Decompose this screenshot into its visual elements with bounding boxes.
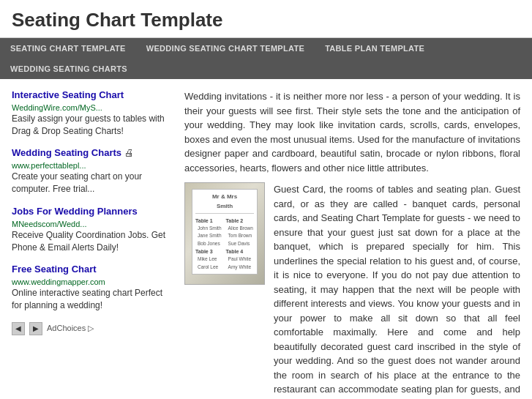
chart-document: Mr & MrsSmith Table 1 John Smith Jane Sm… [192,189,258,275]
guest-6: Sue Davis [226,240,254,247]
ad-1-description: Easily assign your guests to tables with… [12,113,165,136]
guest-4: Alice Brown [226,225,254,232]
table-3-label: Table 3 [195,247,223,256]
nav-item-table-plan-template[interactable]: Table Plan Template [315,38,435,59]
ad-4-description: Online interactive seating chart Perfect… [12,288,162,310]
ad-2-title[interactable]: Wedding Seating Charts [12,147,121,158]
ad-4-domain: www.weddingmapper.com [12,277,105,286]
navigation-bar: Seating Chart Template Wedding Seating C… [0,38,532,79]
guest-8: Carol Lee [195,264,223,271]
ad-3-description: Receive Quality Coordination Jobs. Get P… [12,230,165,253]
ad-2-domain: www.perfecttablepl... [12,161,86,170]
site-title: Seating Chart Template [12,9,520,31]
table-1-label: Table 1 [195,217,223,225]
ad-2-icon: 🖨 [124,147,134,158]
guest-1: John Smith [195,225,223,232]
nav-row: Seating Chart Template Wedding Seating C… [0,38,532,59]
guest-5: Tom Brown [226,232,254,239]
ads-column: Interactive Seating Chart WeddingWire.co… [12,89,173,399]
main-content: Interactive Seating Chart WeddingWire.co… [0,79,532,399]
guest-7: Mike Lee [195,256,223,263]
ad-3-domain: MNeedscom/Wedd... [12,220,87,228]
ad-1-title[interactable]: Interactive Seating Chart [12,89,173,102]
guest-2: Jane Smith [195,232,223,239]
nav-item-wedding-seating-charts[interactable]: Wedding Seating Charts [0,59,138,79]
article-column: Wedding invitations - it is neither more… [184,89,520,399]
ad-free-seating-chart: Free Seating Chart www.weddingmapper.com… [12,264,173,311]
ad-next-button[interactable]: ▶ [29,322,42,335]
ad-wedding-seating-charts: Wedding Seating Charts 🖨 www.perfecttabl… [12,147,173,195]
ad-choices-label[interactable]: AdChoices ▷ [47,324,94,333]
guest-10: Amy White [226,264,254,271]
ad-prev-button[interactable]: ◀ [12,322,25,335]
chart-title: Mr & MrsSmith [195,193,254,214]
site-title-section: Seating Chart Template [0,0,532,38]
ad-interactive-seating-chart: Interactive Seating Chart WeddingWire.co… [12,89,173,137]
ad-2-description: Create your seating chart on your comput… [12,171,142,194]
seating-chart-image: Mr & MrsSmith Table 1 John Smith Jane Sm… [184,182,265,285]
nav-row-2: Wedding Seating Charts [0,59,532,79]
chart-col-2: Table 2 Alice Brown Tom Brown Sue Davis … [226,217,254,271]
ad-jobs-wedding-planners: Jobs For Wedding Planners MNeedscom/Wedd… [12,206,173,253]
guest-3: Bob Jones [195,240,223,247]
ad-controls: ◀ ▶ AdChoices ▷ [12,322,173,335]
chart-image-inner: Mr & MrsSmith Table 1 John Smith Jane Sm… [185,183,264,284]
chart-col-1: Table 1 John Smith Jane Smith Bob Jones … [195,217,223,271]
table-2-label: Table 2 [226,217,254,225]
ad-3-title[interactable]: Jobs For Wedding Planners [12,206,138,217]
ad-1-domain: WeddingWire.com/MyS... [12,103,102,112]
article-paragraph-1: Wedding invitations - it is neither more… [184,89,520,175]
table-4-label: Table 4 [226,247,254,256]
chart-row-1: Table 1 John Smith Jane Smith Bob Jones … [195,217,254,271]
nav-item-wedding-seating-chart-template[interactable]: Wedding Seating Chart Template [136,38,315,59]
guest-9: Paul White [226,256,254,263]
ad-4-title[interactable]: Free Seating Chart [12,264,97,275]
nav-item-seating-chart-template[interactable]: Seating Chart Template [0,38,136,59]
article-image-section: Mr & MrsSmith Table 1 John Smith Jane Sm… [184,182,520,399]
article-paragraph-2: Guest Card, the rooms of tables and seat… [274,182,520,399]
